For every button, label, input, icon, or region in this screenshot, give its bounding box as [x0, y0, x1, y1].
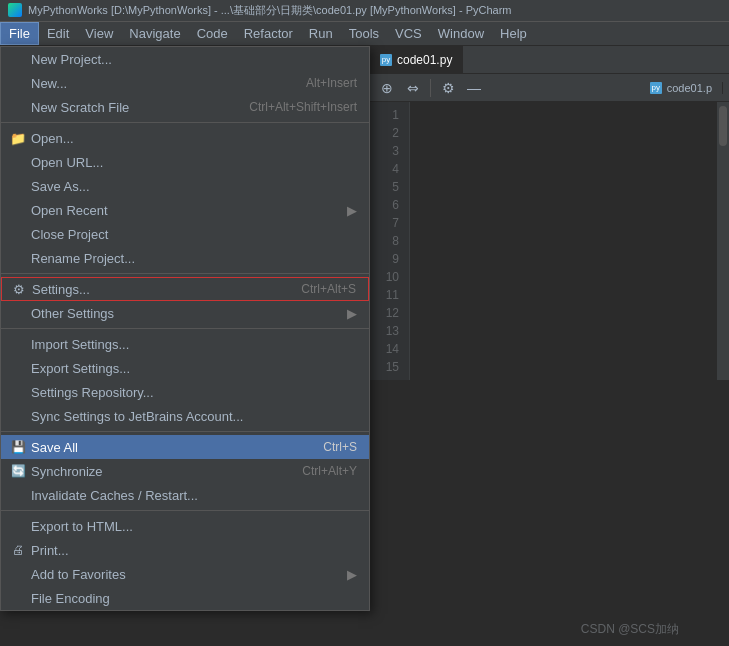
separator-5 [1, 510, 369, 511]
settings-repo-label: Settings Repository... [31, 385, 154, 400]
scrollbar[interactable] [717, 102, 729, 380]
line-14: 14 [370, 340, 405, 358]
synchronize-shortcut: Ctrl+Alt+Y [302, 464, 357, 478]
line-11: 11 [370, 286, 405, 304]
new-shortcut: Alt+Insert [306, 76, 357, 90]
menu-file[interactable]: File [0, 22, 39, 45]
editor-area: py code01.py ⊕ ⇔ ⚙ — py code01.p 1 2 3 4… [370, 46, 729, 380]
line-5: 5 [370, 178, 405, 196]
menu-item-export-html[interactable]: Export to HTML... [1, 514, 369, 538]
other-settings-label: Other Settings [31, 306, 114, 321]
line-9: 9 [370, 250, 405, 268]
line-1: 1 [370, 106, 405, 124]
save-all-label: Save All [31, 440, 78, 455]
settings-label: Settings... [32, 282, 90, 297]
open-recent-label: Open Recent [31, 203, 108, 218]
save-all-shortcut: Ctrl+S [323, 440, 357, 454]
menu-item-rename-project[interactable]: Rename Project... [1, 246, 369, 270]
code-editor[interactable] [410, 102, 717, 380]
menu-item-other-settings[interactable]: Other Settings ▶ [1, 301, 369, 325]
menu-bar: File Edit View Navigate Code Refactor Ru… [0, 22, 729, 46]
menu-item-settings[interactable]: ⚙ Settings... Ctrl+Alt+S [1, 277, 369, 301]
open-recent-arrow: ▶ [347, 203, 357, 218]
menu-item-new-scratch-file[interactable]: New Scratch File Ctrl+Alt+Shift+Insert [1, 95, 369, 119]
save-as-label: Save As... [31, 179, 90, 194]
globe-icon[interactable]: ⊕ [376, 77, 398, 99]
export-html-label: Export to HTML... [31, 519, 133, 534]
menu-navigate[interactable]: Navigate [121, 22, 188, 45]
new-scratch-shortcut: Ctrl+Alt+Shift+Insert [249, 100, 357, 114]
menu-item-save-as[interactable]: Save As... [1, 174, 369, 198]
file-dropdown-menu: New Project... New... Alt+Insert New Scr… [0, 46, 370, 611]
settings-shortcut: Ctrl+Alt+S [301, 282, 356, 296]
menu-view[interactable]: View [77, 22, 121, 45]
menu-item-sync-settings[interactable]: Sync Settings to JetBrains Account... [1, 404, 369, 428]
editor-content: 1 2 3 4 5 6 7 8 9 10 11 12 13 14 15 [370, 102, 729, 380]
watermark: CSDN @SCS加纳 [581, 621, 679, 638]
menu-item-export-settings[interactable]: Export Settings... [1, 356, 369, 380]
print-icon: 🖨 [9, 543, 27, 557]
invalidate-caches-label: Invalidate Caches / Restart... [31, 488, 198, 503]
menu-tools[interactable]: Tools [341, 22, 387, 45]
tab-label-right: code01.p [667, 82, 712, 94]
python-file-icon: py [380, 54, 392, 66]
other-settings-arrow: ▶ [347, 306, 357, 321]
new-label: New... [31, 76, 67, 91]
add-to-favorites-label: Add to Favorites [31, 567, 126, 582]
menu-item-open-recent[interactable]: Open Recent ▶ [1, 198, 369, 222]
menu-item-synchronize[interactable]: 🔄 Synchronize Ctrl+Alt+Y [1, 459, 369, 483]
separator-3 [1, 328, 369, 329]
add-to-favorites-arrow: ▶ [347, 567, 357, 582]
menu-edit[interactable]: Edit [39, 22, 77, 45]
menu-item-new-project[interactable]: New Project... [1, 47, 369, 71]
settings-toolbar-icon[interactable]: ⚙ [437, 77, 459, 99]
line-6: 6 [370, 196, 405, 214]
synchronize-label: Synchronize [31, 464, 103, 479]
folder-icon: 📁 [9, 131, 27, 146]
line-2: 2 [370, 124, 405, 142]
print-label: Print... [31, 543, 69, 558]
menu-item-new[interactable]: New... Alt+Insert [1, 71, 369, 95]
separator-2 [1, 273, 369, 274]
title-bar: MyPythonWorks [D:\MyPythonWorks] - ...\基… [0, 0, 729, 22]
split-icon[interactable]: ⇔ [402, 77, 424, 99]
open-url-label: Open URL... [31, 155, 103, 170]
rename-project-label: Rename Project... [31, 251, 135, 266]
line-13: 13 [370, 322, 405, 340]
minimize-icon[interactable]: — [463, 77, 485, 99]
line-15: 15 [370, 358, 405, 376]
export-settings-label: Export Settings... [31, 361, 130, 376]
menu-item-save-all[interactable]: 💾 Save All Ctrl+S [1, 435, 369, 459]
menu-item-invalidate-caches[interactable]: Invalidate Caches / Restart... [1, 483, 369, 507]
new-project-label: New Project... [31, 52, 112, 67]
menu-item-import-settings[interactable]: Import Settings... [1, 332, 369, 356]
line-12: 12 [370, 304, 405, 322]
menu-help[interactable]: Help [492, 22, 535, 45]
line-8: 8 [370, 232, 405, 250]
open-label: Open... [31, 131, 74, 146]
sync-settings-label: Sync Settings to JetBrains Account... [31, 409, 243, 424]
close-project-label: Close Project [31, 227, 108, 242]
editor-toolbar: ⊕ ⇔ ⚙ — py code01.p [370, 74, 729, 102]
editor-tab-code01[interactable]: py code01.py [370, 46, 463, 73]
title-text: MyPythonWorks [D:\MyPythonWorks] - ...\基… [28, 3, 512, 18]
menu-refactor[interactable]: Refactor [236, 22, 301, 45]
menu-item-file-encoding[interactable]: File Encoding [1, 586, 369, 610]
menu-run[interactable]: Run [301, 22, 341, 45]
menu-item-print[interactable]: 🖨 Print... [1, 538, 369, 562]
menu-code[interactable]: Code [189, 22, 236, 45]
menu-item-add-to-favorites[interactable]: Add to Favorites ▶ [1, 562, 369, 586]
menu-item-open-url[interactable]: Open URL... [1, 150, 369, 174]
menu-item-settings-repo[interactable]: Settings Repository... [1, 380, 369, 404]
menu-vcs[interactable]: VCS [387, 22, 430, 45]
import-settings-label: Import Settings... [31, 337, 129, 352]
line-numbers: 1 2 3 4 5 6 7 8 9 10 11 12 13 14 15 [370, 102, 410, 380]
gear-icon: ⚙ [10, 282, 28, 297]
editor-tab-code01-right[interactable]: py code01.p [640, 82, 723, 94]
save-icon: 💾 [9, 440, 27, 454]
line-3: 3 [370, 142, 405, 160]
menu-item-close-project[interactable]: Close Project [1, 222, 369, 246]
menu-window[interactable]: Window [430, 22, 492, 45]
menu-item-open[interactable]: 📁 Open... [1, 126, 369, 150]
separator-1 [1, 122, 369, 123]
